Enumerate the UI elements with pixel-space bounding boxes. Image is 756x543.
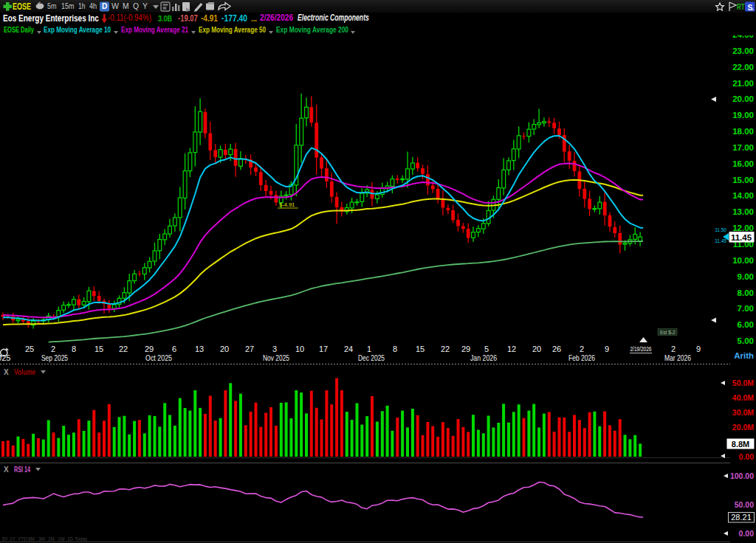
svg-text:9.00: 9.00 <box>738 272 754 281</box>
svg-text:19.00: 19.00 <box>732 111 754 120</box>
svg-text:Mar 2026: Mar 2026 <box>664 353 691 362</box>
svg-text:0.00: 0.00 <box>739 452 755 461</box>
svg-text:Oct 2025: Oct 2025 <box>145 353 172 362</box>
svg-text:50.00: 50.00 <box>735 500 754 509</box>
svg-text:50.0M: 50.0M <box>732 378 754 387</box>
svg-text:8.8M: 8.8M <box>732 440 749 449</box>
svg-text:9: 9 <box>696 345 701 353</box>
svg-text:1: 1 <box>367 345 371 353</box>
svg-text:17: 17 <box>319 345 328 353</box>
svg-text:21.00: 21.00 <box>732 79 754 88</box>
svg-text:28.21: 28.21 <box>731 513 752 522</box>
svg-text:40.0M: 40.0M <box>732 393 754 402</box>
svg-text:8: 8 <box>72 345 76 353</box>
svg-text:X: X <box>4 466 9 474</box>
svg-text:6M: 6M <box>28 536 35 542</box>
svg-text:Est $-2: Est $-2 <box>660 330 676 335</box>
svg-text:2: 2 <box>580 345 584 353</box>
svg-text:Sep 2025: Sep 2025 <box>41 353 68 362</box>
svg-text:13: 13 <box>195 345 204 353</box>
svg-text:23.00: 23.00 <box>732 46 754 55</box>
svg-text:Dec 2025: Dec 2025 <box>358 353 385 362</box>
svg-text:5.00: 5.00 <box>738 336 754 345</box>
svg-text:18.00: 18.00 <box>732 127 754 136</box>
svg-text:8: 8 <box>393 345 397 353</box>
svg-text:2: 2 <box>671 345 676 353</box>
svg-text:27: 27 <box>245 345 254 353</box>
svg-text:$-4.91: $-4.91 <box>279 201 295 208</box>
svg-text:100.00: 100.00 <box>730 471 754 480</box>
svg-text:3M: 3M <box>38 536 45 542</box>
svg-text:10: 10 <box>295 345 304 353</box>
svg-text:15: 15 <box>416 345 425 353</box>
svg-text:29: 29 <box>461 345 470 353</box>
svg-text:6: 6 <box>172 345 176 353</box>
svg-text:1M: 1M <box>48 536 55 542</box>
svg-text:30.0M: 30.0M <box>732 408 754 417</box>
svg-text:22: 22 <box>441 345 450 353</box>
svg-text:8.00: 8.00 <box>738 288 754 297</box>
svg-text:22: 22 <box>119 345 128 353</box>
svg-text:13.00: 13.00 <box>732 207 754 216</box>
svg-text:20: 20 <box>220 345 229 353</box>
svg-text:Feb 2026: Feb 2026 <box>568 353 595 362</box>
svg-text:2: 2 <box>51 345 55 353</box>
svg-text:9: 9 <box>605 345 609 353</box>
svg-text:22.00: 22.00 <box>732 63 754 72</box>
svg-text:10.00: 10.00 <box>732 256 754 265</box>
svg-text:1W: 1W <box>58 536 66 542</box>
svg-text:15.00: 15.00 <box>732 176 754 184</box>
svg-text:X: X <box>4 368 9 376</box>
svg-text:20: 20 <box>532 345 541 353</box>
svg-text:25: 25 <box>25 345 34 353</box>
svg-text:15: 15 <box>94 345 103 353</box>
svg-text:12.00: 12.00 <box>732 224 754 232</box>
svg-text:2/19/2026: 2/19/2026 <box>630 345 652 353</box>
svg-text:5: 5 <box>484 345 489 353</box>
svg-text:1Y: 1Y <box>10 536 16 542</box>
svg-text:Volume: Volume <box>14 368 35 376</box>
svg-text:RSI 14: RSI 14 <box>14 466 30 474</box>
svg-text:Today: Today <box>75 536 88 542</box>
svg-text:7.00: 7.00 <box>738 304 754 313</box>
svg-text:11.50: 11.50 <box>715 227 726 232</box>
svg-text:11.45: 11.45 <box>731 233 752 242</box>
svg-text:6.00: 6.00 <box>738 320 754 329</box>
svg-text:29: 29 <box>145 345 154 353</box>
svg-text:11.45: 11.45 <box>715 238 726 243</box>
svg-text:Jan 2026: Jan 2026 <box>470 353 497 362</box>
svg-text:5Y: 5Y <box>2 536 9 542</box>
svg-text:12: 12 <box>507 345 516 353</box>
svg-text:20.00: 20.00 <box>732 94 754 103</box>
svg-text:YTD: YTD <box>18 536 27 542</box>
svg-text:Nov 2025: Nov 2025 <box>263 353 289 362</box>
svg-text:17.00: 17.00 <box>732 143 754 152</box>
svg-text:24: 24 <box>344 345 353 353</box>
svg-text:1D: 1D <box>67 536 74 542</box>
svg-text:Arith: Arith <box>734 351 754 360</box>
svg-text:3: 3 <box>272 345 277 353</box>
svg-text:16.00: 16.00 <box>732 159 754 168</box>
svg-text:26: 26 <box>552 345 561 353</box>
svg-text:14.00: 14.00 <box>732 191 754 200</box>
svg-text:0.00: 0.00 <box>739 529 755 538</box>
svg-text:20.0M: 20.0M <box>732 423 754 432</box>
